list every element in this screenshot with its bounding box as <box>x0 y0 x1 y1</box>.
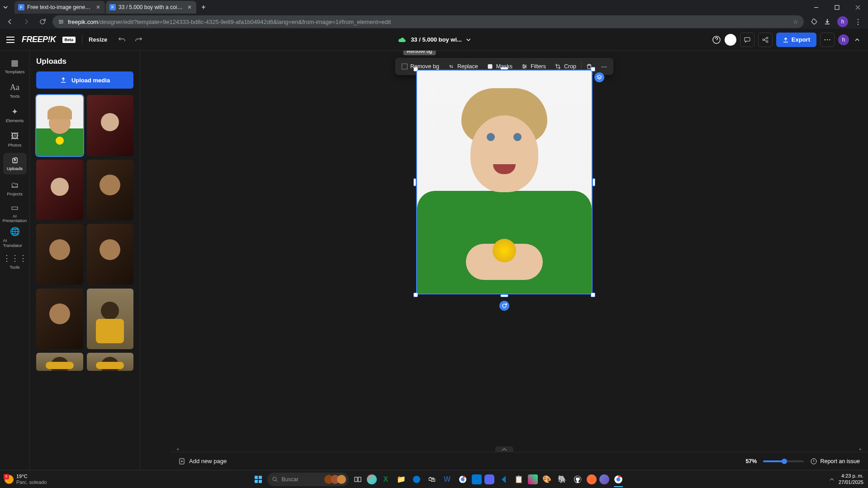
menu-button[interactable] <box>6 37 15 43</box>
resize-button[interactable]: Resize <box>89 36 107 43</box>
explorer-icon[interactable]: 📁 <box>395 473 408 486</box>
excel-icon[interactable]: X <box>379 473 392 486</box>
word-icon[interactable]: W <box>441 473 454 486</box>
postman-icon[interactable] <box>587 474 597 484</box>
task-view-button[interactable] <box>351 473 364 486</box>
beta-badge: Beta <box>62 37 76 43</box>
store-icon[interactable]: 🛍 <box>426 473 438 486</box>
upload-thumb[interactable] <box>87 160 134 221</box>
comments-button[interactable] <box>740 33 754 47</box>
reload-button[interactable] <box>36 15 49 28</box>
edge-icon[interactable] <box>410 473 423 486</box>
share-button[interactable] <box>758 33 773 47</box>
upload-thumb[interactable] <box>36 95 83 156</box>
resize-handle[interactable] <box>591 293 595 297</box>
chrome-active-icon[interactable] <box>612 473 625 486</box>
upload-media-button[interactable]: Upload media <box>36 71 133 89</box>
resize-handle[interactable] <box>413 67 418 71</box>
layer-badge-icon[interactable] <box>594 72 604 82</box>
rail-tools[interactable]: ⋮⋮⋮Tools <box>3 251 27 272</box>
app-icon[interactable]: 🎨 <box>541 473 553 486</box>
redo-button[interactable] <box>134 36 142 44</box>
new-tab-button[interactable]: + <box>197 1 210 14</box>
selected-element[interactable] <box>416 70 593 294</box>
upload-thumb[interactable] <box>36 224 83 285</box>
rail-photos[interactable]: 🖼Photos <box>3 128 27 150</box>
undo-button[interactable] <box>118 36 126 44</box>
github-icon[interactable] <box>571 473 584 486</box>
profile-avatar-app[interactable]: h <box>838 34 849 45</box>
close-icon[interactable]: ✕ <box>95 4 101 10</box>
forward-button[interactable] <box>20 15 33 28</box>
rotate-handle[interactable] <box>499 301 509 311</box>
tray-chevron-icon[interactable] <box>830 477 834 482</box>
bookmark-icon[interactable]: ☆ <box>793 19 798 25</box>
resize-handle[interactable] <box>500 294 508 297</box>
maximize-button[interactable] <box>826 0 847 14</box>
notes-icon[interactable]: 📋 <box>512 473 525 486</box>
rail-label: AI Presentation <box>3 214 27 223</box>
chevron-down-icon[interactable] <box>466 38 471 42</box>
close-icon[interactable]: ✕ <box>186 4 193 10</box>
browser-tab[interactable]: F 33 / 5.000 boy with a coin whit ✕ <box>106 1 196 14</box>
app-icon[interactable] <box>528 474 538 484</box>
back-button[interactable] <box>4 15 16 28</box>
rail-ai-presentation[interactable]: ▭AI Presentation <box>3 202 27 223</box>
rail-texts[interactable]: AaTexts <box>3 80 27 101</box>
tb-label: Crop <box>564 63 576 70</box>
upload-thumb[interactable] <box>87 289 134 350</box>
report-issue-button[interactable]: Report an issue <box>810 458 860 465</box>
clock[interactable]: 4:23 p. m. 27/01/2025 <box>839 473 863 485</box>
rail-uploads[interactable]: Uploads <box>3 153 27 175</box>
more-button[interactable]: ⋯ <box>597 60 612 73</box>
resize-handle[interactable] <box>500 67 508 70</box>
weather-widget[interactable]: 5 19°CParc. soleado <box>5 474 47 484</box>
resize-handle[interactable] <box>413 178 416 186</box>
app-icon[interactable]: 🐘 <box>556 473 569 486</box>
profile-avatar[interactable]: h <box>837 16 848 27</box>
rail-projects[interactable]: 🗂Projects <box>3 177 27 199</box>
chrome-icon[interactable] <box>456 473 469 486</box>
horizontal-scrollbar[interactable]: ◂▸ <box>176 446 862 451</box>
svg-point-28 <box>616 477 620 481</box>
rail-ai-translator[interactable]: 🌐AI Translator <box>3 226 27 248</box>
downloads-icon[interactable] <box>824 18 831 25</box>
more-menu-button[interactable]: ⋯ <box>820 33 835 47</box>
resize-handle[interactable] <box>593 178 595 186</box>
document-title[interactable]: 33 / 5.000 boy wi... <box>411 36 462 43</box>
tab-list-dropdown[interactable] <box>0 5 11 9</box>
rail-elements[interactable]: ✦Elements <box>3 104 27 126</box>
minimize-button[interactable] <box>806 0 826 14</box>
app-icon[interactable] <box>599 474 609 484</box>
vscode-icon[interactable] <box>497 473 510 486</box>
export-button[interactable]: Export <box>776 33 816 47</box>
upload-thumb[interactable] <box>36 353 83 371</box>
discord-icon[interactable] <box>484 474 494 484</box>
resize-handle[interactable] <box>413 293 418 297</box>
start-button[interactable] <box>252 473 265 486</box>
upload-thumb[interactable] <box>87 353 134 371</box>
svg-point-23 <box>413 476 420 483</box>
app-icon[interactable] <box>472 474 482 484</box>
windows-taskbar: 5 19°CParc. soleado Buscar X 📁 🛍 W 📋 🎨 🐘 <box>0 470 868 488</box>
close-window-button[interactable] <box>847 0 868 14</box>
extensions-icon[interactable] <box>810 18 817 25</box>
upload-thumb[interactable] <box>87 95 134 156</box>
upload-thumb[interactable] <box>87 224 134 285</box>
rail-templates[interactable]: ▦Templates <box>3 55 27 77</box>
browser-menu-icon[interactable]: ⋮ <box>854 18 862 26</box>
user-avatar[interactable] <box>725 34 736 46</box>
browser-tab[interactable]: F Free text-to-image generator | ✕ <box>14 1 105 14</box>
taskbar-search[interactable]: Buscar <box>267 473 349 486</box>
zoom-percentage[interactable]: 57% <box>745 458 757 464</box>
profile-caret[interactable] <box>853 38 862 42</box>
upload-thumb[interactable] <box>36 160 83 221</box>
canvas[interactable]: Remove bg Remove bg Replace Masks Filter… <box>140 51 868 470</box>
copilot-icon[interactable] <box>367 474 377 484</box>
url-input[interactable]: freepik.com/designer/edit?template=9e124… <box>52 15 804 28</box>
help-icon[interactable] <box>712 35 721 44</box>
zoom-slider[interactable] <box>763 460 804 462</box>
upload-thumb[interactable] <box>36 289 83 350</box>
resize-handle[interactable] <box>591 67 595 71</box>
add-page-button[interactable]: Add new page <box>178 458 227 465</box>
